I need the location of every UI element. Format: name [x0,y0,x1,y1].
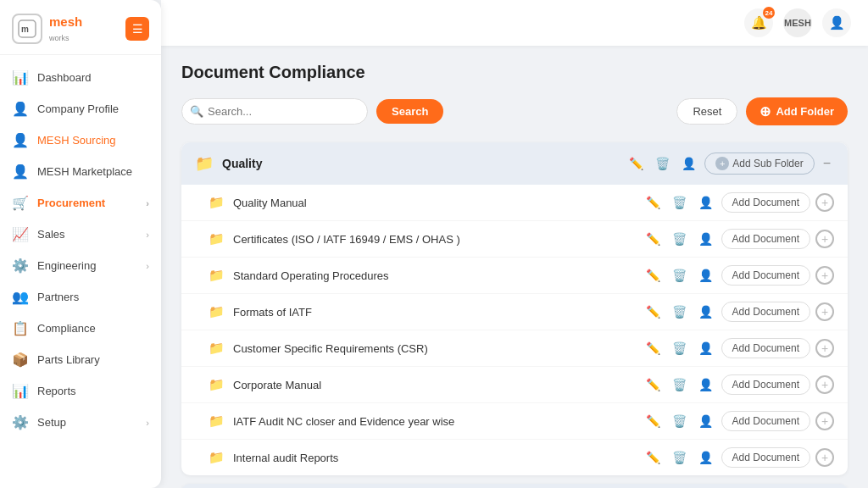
topbar: 🔔 24 MESH 👤 [161,0,868,46]
sidebar-item-setup[interactable]: ⚙️ Setup › [0,407,161,438]
sidebar-item-label: Dashboard [37,71,92,84]
add-document-button[interactable]: Add Document [721,265,810,286]
delete-subfolder-button[interactable]: 🗑️ [669,194,690,211]
nav-list: 📊 Dashboard 👤 Company Profile 👤 MESH Sou… [0,55,161,488]
collapse-button[interactable]: − [820,154,834,173]
subfolder-icon: 📁 [209,450,225,465]
user-subfolder-button[interactable]: 👤 [695,230,716,247]
add-document-button[interactable]: Add Document [721,192,810,213]
edit-folder-button[interactable]: ✏️ [626,155,647,172]
engineering-icon: ⚙️ [12,258,29,274]
subfolder-name: Internal audit Reports [233,452,634,464]
chevron-right-icon: › [146,261,149,271]
delete-subfolder-button[interactable]: 🗑️ [669,449,690,466]
logo-text: meshworks [49,14,82,43]
user-avatar[interactable]: 👤 [822,8,851,37]
user-subfolder-button[interactable]: 👤 [695,194,716,211]
subfolder-internal-audit: 📁 Internal audit Reports ✏️ 🗑️ 👤 Add Doc… [181,440,848,475]
sidebar-item-parts-library[interactable]: 📦 Parts Library [0,344,161,375]
sidebar-item-company-profile[interactable]: 👤 Company Profile [0,93,161,125]
chevron-right-icon: › [146,230,149,240]
subfolder-certificates: 📁 Certificates (ISO / IATF 16949 / EMS /… [181,221,848,258]
sidebar-item-mesh-sourcing[interactable]: 👤 MESH Sourcing [0,125,161,156]
edit-subfolder-button[interactable]: ✏️ [643,267,664,284]
row-plus-button[interactable]: + [815,412,834,430]
user-subfolder-button[interactable]: 👤 [695,303,716,320]
edit-subfolder-button[interactable]: ✏️ [643,194,664,211]
quality-folder-name: Quality [222,157,617,170]
add-document-button[interactable]: Add Document [721,447,810,468]
sidebar-item-compliance[interactable]: 📋 Compliance [0,313,161,344]
logo-icon: m [12,14,42,44]
user-subfolder-button[interactable]: 👤 [695,413,716,430]
delete-subfolder-button[interactable]: 🗑️ [669,340,690,357]
sidebar-item-procurement[interactable]: 🛒 Procurement › [0,187,161,219]
sidebar-item-mesh-marketplace[interactable]: 👤 MESH Marketplace [0,156,161,187]
row-plus-button[interactable]: + [815,339,834,358]
search-icon: 🔍 [190,105,203,118]
sidebar-item-sales[interactable]: 📈 Sales › [0,219,161,250]
user-subfolder-button[interactable]: 👤 [695,449,716,466]
row-plus-button[interactable]: + [815,230,834,248]
add-subfolder-button[interactable]: + Add Sub Folder [704,152,814,175]
menu-button[interactable]: ☰ [125,17,149,41]
delete-folder-button[interactable]: 🗑️ [652,155,673,172]
edit-subfolder-button[interactable]: ✏️ [643,340,664,357]
subfolder-name: IATF Audit NC closer and Evidence year w… [233,415,634,428]
mesh-avatar[interactable]: MESH [783,8,812,37]
plus-icon: ⊕ [760,103,771,119]
row-plus-button[interactable]: + [815,375,834,394]
sidebar-item-partners[interactable]: 👥 Partners [0,281,161,313]
sidebar-item-label: Engineering [37,259,96,272]
subfolder-corporate-manual: 📁 Corporate Manual ✏️ 🗑️ 👤 Add Document … [181,367,848,403]
add-document-button[interactable]: Add Document [721,302,810,322]
row-plus-button[interactable]: + [815,448,834,467]
user-subfolder-button[interactable]: 👤 [695,376,716,393]
sidebar-item-label: Procurement [37,197,105,209]
subfolder-actions: ✏️ 🗑️ 👤 Add Document + [643,447,834,468]
subfolder-iatf-audit: 📁 IATF Audit NC closer and Evidence year… [181,403,848,440]
user-subfolder-button[interactable]: 👤 [695,267,716,284]
search-input[interactable] [181,98,368,125]
search-button[interactable]: Search [376,99,443,124]
notification-bell[interactable]: 🔔 24 [744,8,773,37]
user-folder-button[interactable]: 👤 [678,155,699,172]
row-plus-button[interactable]: + [815,302,834,321]
add-document-button[interactable]: Add Document [721,338,810,358]
sidebar-item-label: Parts Library [37,353,100,366]
sidebar-item-label: Partners [37,291,79,303]
delete-subfolder-button[interactable]: 🗑️ [669,230,690,247]
edit-subfolder-button[interactable]: ✏️ [643,413,664,430]
subfolder-icon: 📁 [209,413,225,429]
edit-subfolder-button[interactable]: ✏️ [643,303,664,320]
delete-subfolder-button[interactable]: 🗑️ [669,376,690,393]
edit-subfolder-button[interactable]: ✏️ [643,449,664,466]
company-profile-icon: 👤 [12,101,29,117]
sidebar-item-engineering[interactable]: ⚙️ Engineering › [0,250,161,281]
subfolder-name: Formats of IATF [233,306,634,319]
row-plus-button[interactable]: + [815,193,834,212]
subfolder-icon: 📁 [209,377,225,392]
add-document-button[interactable]: Add Document [721,229,810,249]
svg-text:m: m [21,25,29,34]
reset-button[interactable]: Reset [676,98,737,125]
row-plus-button[interactable]: + [815,266,834,285]
add-document-button[interactable]: Add Document [721,411,810,431]
setup-icon: ⚙️ [12,414,29,430]
delete-subfolder-button[interactable]: 🗑️ [669,303,690,320]
sidebar-item-label: Compliance [37,322,96,335]
subfolder-icon: 📁 [209,195,225,210]
delete-subfolder-button[interactable]: 🗑️ [669,267,690,284]
sidebar-item-dashboard[interactable]: 📊 Dashboard [0,62,161,93]
edit-subfolder-button[interactable]: ✏️ [643,376,664,393]
chevron-right-icon: › [146,198,149,208]
user-subfolder-button[interactable]: 👤 [695,340,716,357]
edit-subfolder-button[interactable]: ✏️ [643,230,664,247]
sidebar-item-reports[interactable]: 📊 Reports [0,375,161,407]
delete-subfolder-button[interactable]: 🗑️ [669,413,690,430]
subfolder-name: Customer Specific Requirements (CSR) [233,342,634,355]
subfolder-quality-manual: 📁 Quality Manual ✏️ 🗑️ 👤 Add Document + [181,185,848,221]
add-document-button[interactable]: Add Document [721,374,810,395]
add-folder-button[interactable]: ⊕ Add Folder [746,97,848,125]
sales-icon: 📈 [12,226,29,242]
